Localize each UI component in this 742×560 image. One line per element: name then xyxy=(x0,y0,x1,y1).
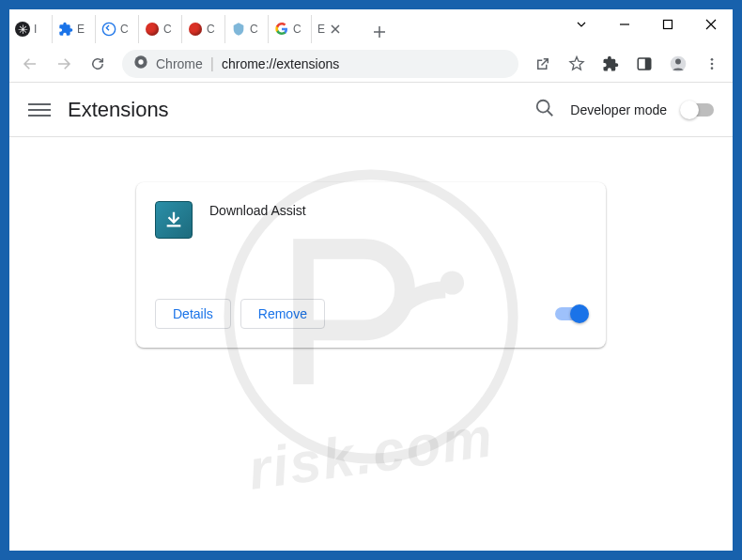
extension-icon xyxy=(155,201,193,239)
window-controls xyxy=(560,9,733,39)
svg-point-0 xyxy=(102,23,115,35)
tab-1[interactable]: E xyxy=(53,15,96,43)
tab-label: C xyxy=(293,23,301,36)
tab-0[interactable]: ✳ I xyxy=(9,15,53,43)
tab-2[interactable]: C xyxy=(96,15,139,43)
google-icon xyxy=(274,22,289,37)
menu-icon[interactable] xyxy=(697,49,727,79)
address-bar[interactable]: Chrome | chrome://extensions xyxy=(122,50,518,78)
svg-point-11 xyxy=(711,67,714,70)
tab-6[interactable]: C xyxy=(269,15,312,43)
film-reel-icon: ✳ xyxy=(15,22,30,37)
tab-label: E xyxy=(77,23,85,36)
tab-3[interactable]: C xyxy=(139,15,182,43)
svg-point-14 xyxy=(537,100,549,112)
sidepanel-icon[interactable] xyxy=(629,49,659,79)
tab-label: I xyxy=(34,23,37,36)
address-prefix: Chrome xyxy=(156,56,203,71)
extension-name: Download Assist xyxy=(209,201,306,276)
chevron-down-icon[interactable] xyxy=(560,9,603,39)
tab-4[interactable]: C xyxy=(182,15,225,43)
tab-label: C xyxy=(207,23,215,36)
tab-label: C xyxy=(163,23,172,36)
tab-label: C xyxy=(120,23,129,36)
bookmark-icon[interactable] xyxy=(562,49,592,79)
svg-point-9 xyxy=(711,58,714,61)
chrome-icon xyxy=(133,54,148,73)
extension-card: Download Assist Details Remove xyxy=(136,182,606,348)
minimize-button[interactable] xyxy=(603,9,646,39)
details-button[interactable]: Details xyxy=(155,299,231,329)
search-icon[interactable] xyxy=(534,98,555,122)
developer-mode-toggle[interactable] xyxy=(682,103,714,117)
svg-rect-6 xyxy=(645,58,651,70)
extensions-list: Download Assist Details Remove xyxy=(9,137,733,348)
forward-button[interactable] xyxy=(49,49,79,79)
watermark-text: risk.com xyxy=(244,404,498,503)
address-separator: | xyxy=(210,55,214,72)
header-actions: Developer mode xyxy=(534,98,714,122)
svg-point-10 xyxy=(711,62,714,65)
new-tab-button[interactable] xyxy=(366,19,393,45)
page-content: risk.com Extensions Developer mode xyxy=(9,83,733,551)
developer-mode-label: Developer mode xyxy=(570,102,667,117)
tab-active[interactable]: E xyxy=(312,15,363,43)
tab-strip: ✳ I E C C C xyxy=(9,9,560,45)
profile-icon[interactable] xyxy=(663,49,693,79)
reload-button[interactable] xyxy=(83,49,113,79)
close-button[interactable] xyxy=(689,9,733,39)
share-icon[interactable] xyxy=(528,49,558,79)
toolbar: Chrome | chrome://extensions xyxy=(9,45,733,83)
address-path: chrome://extensions xyxy=(222,56,339,71)
maximize-button[interactable] xyxy=(646,9,689,39)
record-icon xyxy=(145,22,160,37)
svg-rect-2 xyxy=(664,21,672,29)
svg-point-8 xyxy=(675,58,681,64)
puzzle-icon xyxy=(58,22,73,37)
close-icon[interactable] xyxy=(329,23,342,36)
extensions-header: Extensions Developer mode xyxy=(9,83,733,137)
record-icon xyxy=(188,22,203,37)
extension-info: Download Assist xyxy=(155,201,587,276)
extensions-icon[interactable] xyxy=(595,49,626,79)
extension-enable-toggle[interactable] xyxy=(555,307,587,320)
tab-label: C xyxy=(250,23,258,36)
titlebar: ✳ I E C C C xyxy=(9,9,733,45)
page-title: Extensions xyxy=(68,98,169,122)
browser-window: ✳ I E C C C xyxy=(9,9,733,551)
favicon-icon xyxy=(101,22,116,37)
remove-button[interactable]: Remove xyxy=(240,299,325,329)
extension-actions: Details Remove xyxy=(155,299,587,329)
back-button[interactable] xyxy=(15,49,45,79)
svg-point-4 xyxy=(138,59,143,64)
hamburger-icon[interactable] xyxy=(28,99,51,121)
shield-icon xyxy=(231,22,246,37)
tab-5[interactable]: C xyxy=(225,15,269,43)
tab-label: E xyxy=(317,23,325,36)
